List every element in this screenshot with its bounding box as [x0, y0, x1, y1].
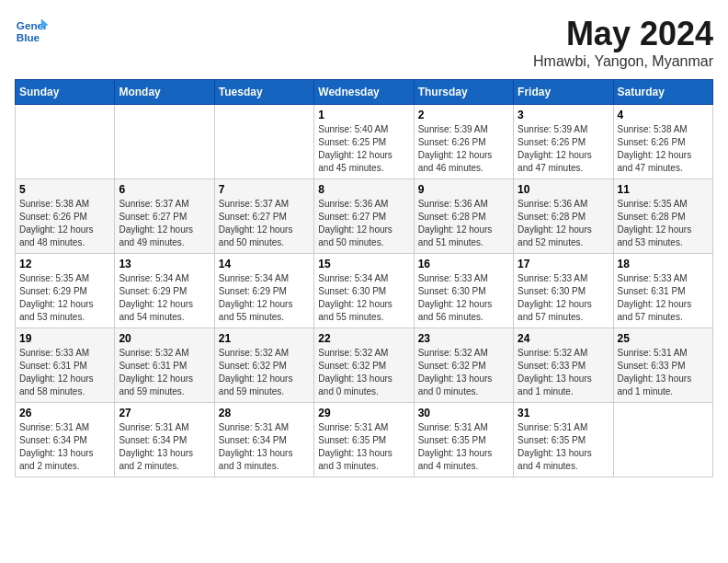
- day-number: 28: [219, 407, 310, 419]
- day-number: 17: [518, 258, 609, 270]
- calendar-cell: [613, 403, 712, 477]
- calendar-cell: 12Sunrise: 5:35 AM Sunset: 6:29 PM Dayli…: [16, 254, 115, 328]
- day-info: Sunrise: 5:36 AM Sunset: 6:28 PM Dayligh…: [418, 198, 509, 249]
- title-area: May 2024 Hmawbi, Yangon, Myanmar: [533, 15, 713, 70]
- subtitle: Hmawbi, Yangon, Myanmar: [533, 53, 713, 70]
- calendar-table: SundayMondayTuesdayWednesdayThursdayFrid…: [15, 79, 713, 477]
- calendar-cell: 21Sunrise: 5:32 AM Sunset: 6:32 PM Dayli…: [214, 328, 313, 403]
- calendar-cell: 22Sunrise: 5:32 AM Sunset: 6:32 PM Dayli…: [314, 328, 414, 403]
- day-info: Sunrise: 5:32 AM Sunset: 6:31 PM Dayligh…: [119, 347, 210, 398]
- day-info: Sunrise: 5:34 AM Sunset: 6:30 PM Dayligh…: [318, 272, 409, 324]
- day-number: 6: [119, 183, 210, 196]
- day-number: 10: [518, 183, 609, 196]
- day-info: Sunrise: 5:39 AM Sunset: 6:26 PM Dayligh…: [418, 123, 509, 175]
- day-info: Sunrise: 5:32 AM Sunset: 6:32 PM Dayligh…: [418, 347, 509, 398]
- day-number: 3: [518, 109, 609, 121]
- day-number: 16: [418, 258, 509, 270]
- day-info: Sunrise: 5:31 AM Sunset: 6:35 PM Dayligh…: [418, 421, 509, 473]
- day-info: Sunrise: 5:31 AM Sunset: 6:35 PM Dayligh…: [318, 421, 409, 473]
- day-number: 18: [618, 258, 709, 270]
- calendar-cell: 31Sunrise: 5:31 AM Sunset: 6:35 PM Dayli…: [514, 403, 613, 477]
- day-info: Sunrise: 5:38 AM Sunset: 6:26 PM Dayligh…: [19, 198, 110, 249]
- calendar-cell: 14Sunrise: 5:34 AM Sunset: 6:29 PM Dayli…: [214, 254, 313, 328]
- calendar-cell: 2Sunrise: 5:39 AM Sunset: 6:26 PM Daylig…: [414, 105, 513, 179]
- logo-icon: General Blue: [15, 15, 48, 48]
- day-number: 11: [618, 183, 709, 196]
- day-header-thursday: Thursday: [414, 80, 513, 105]
- day-number: 1: [318, 109, 409, 121]
- day-info: Sunrise: 5:32 AM Sunset: 6:32 PM Dayligh…: [219, 347, 310, 398]
- day-number: 2: [418, 109, 509, 121]
- day-number: 15: [318, 258, 409, 270]
- day-number: 7: [219, 183, 310, 196]
- day-info: Sunrise: 5:32 AM Sunset: 6:32 PM Dayligh…: [318, 347, 409, 398]
- day-number: 31: [518, 407, 609, 419]
- calendar-cell: 26Sunrise: 5:31 AM Sunset: 6:34 PM Dayli…: [16, 403, 115, 477]
- day-info: Sunrise: 5:35 AM Sunset: 6:29 PM Dayligh…: [19, 272, 110, 324]
- calendar-cell: [115, 105, 214, 179]
- day-info: Sunrise: 5:36 AM Sunset: 6:28 PM Dayligh…: [518, 198, 609, 249]
- day-header-monday: Monday: [115, 80, 214, 105]
- day-header-sunday: Sunday: [16, 80, 115, 105]
- day-info: Sunrise: 5:37 AM Sunset: 6:27 PM Dayligh…: [219, 198, 310, 249]
- calendar-cell: 3Sunrise: 5:39 AM Sunset: 6:26 PM Daylig…: [514, 105, 613, 179]
- calendar-cell: 16Sunrise: 5:33 AM Sunset: 6:30 PM Dayli…: [414, 254, 513, 328]
- day-info: Sunrise: 5:37 AM Sunset: 6:27 PM Dayligh…: [119, 198, 210, 249]
- day-number: 24: [518, 332, 609, 345]
- svg-text:Blue: Blue: [17, 31, 40, 43]
- calendar-cell: 19Sunrise: 5:33 AM Sunset: 6:31 PM Dayli…: [16, 328, 115, 403]
- day-number: 19: [19, 332, 110, 345]
- calendar-header-row: SundayMondayTuesdayWednesdayThursdayFrid…: [16, 80, 713, 105]
- day-info: Sunrise: 5:31 AM Sunset: 6:33 PM Dayligh…: [618, 347, 709, 398]
- week-row-4: 19Sunrise: 5:33 AM Sunset: 6:31 PM Dayli…: [16, 328, 713, 403]
- day-info: Sunrise: 5:31 AM Sunset: 6:34 PM Dayligh…: [219, 421, 310, 473]
- day-info: Sunrise: 5:33 AM Sunset: 6:30 PM Dayligh…: [418, 272, 509, 324]
- calendar-cell: 20Sunrise: 5:32 AM Sunset: 6:31 PM Dayli…: [115, 328, 214, 403]
- main-title: May 2024: [533, 15, 713, 53]
- calendar-cell: [16, 105, 115, 179]
- day-info: Sunrise: 5:35 AM Sunset: 6:28 PM Dayligh…: [618, 198, 709, 249]
- calendar-cell: 15Sunrise: 5:34 AM Sunset: 6:30 PM Dayli…: [314, 254, 414, 328]
- day-info: Sunrise: 5:33 AM Sunset: 6:31 PM Dayligh…: [618, 272, 709, 324]
- day-info: Sunrise: 5:31 AM Sunset: 6:34 PM Dayligh…: [119, 421, 210, 473]
- day-info: Sunrise: 5:34 AM Sunset: 6:29 PM Dayligh…: [219, 272, 310, 324]
- day-number: 26: [19, 407, 110, 419]
- day-number: 22: [318, 332, 409, 345]
- day-info: Sunrise: 5:31 AM Sunset: 6:34 PM Dayligh…: [19, 421, 110, 473]
- week-row-1: 1Sunrise: 5:40 AM Sunset: 6:25 PM Daylig…: [16, 105, 713, 179]
- day-info: Sunrise: 5:40 AM Sunset: 6:25 PM Dayligh…: [318, 123, 409, 175]
- calendar-cell: 23Sunrise: 5:32 AM Sunset: 6:32 PM Dayli…: [414, 328, 513, 403]
- day-number: 27: [119, 407, 210, 419]
- day-header-wednesday: Wednesday: [314, 80, 414, 105]
- calendar-cell: 27Sunrise: 5:31 AM Sunset: 6:34 PM Dayli…: [115, 403, 214, 477]
- day-number: 4: [618, 109, 709, 121]
- day-number: 9: [418, 183, 509, 196]
- page-header: General Blue May 2024 Hmawbi, Yangon, My…: [15, 15, 713, 70]
- day-info: Sunrise: 5:31 AM Sunset: 6:35 PM Dayligh…: [518, 421, 609, 473]
- calendar-cell: 17Sunrise: 5:33 AM Sunset: 6:30 PM Dayli…: [514, 254, 613, 328]
- day-number: 25: [618, 332, 709, 345]
- calendar-cell: [214, 105, 313, 179]
- calendar-cell: 5Sunrise: 5:38 AM Sunset: 6:26 PM Daylig…: [16, 179, 115, 254]
- day-number: 23: [418, 332, 509, 345]
- day-info: Sunrise: 5:33 AM Sunset: 6:31 PM Dayligh…: [19, 347, 110, 398]
- day-header-saturday: Saturday: [613, 80, 712, 105]
- day-info: Sunrise: 5:39 AM Sunset: 6:26 PM Dayligh…: [518, 123, 609, 175]
- calendar-cell: 6Sunrise: 5:37 AM Sunset: 6:27 PM Daylig…: [115, 179, 214, 254]
- week-row-2: 5Sunrise: 5:38 AM Sunset: 6:26 PM Daylig…: [16, 179, 713, 254]
- calendar-cell: 24Sunrise: 5:32 AM Sunset: 6:33 PM Dayli…: [514, 328, 613, 403]
- day-number: 13: [119, 258, 210, 270]
- day-number: 12: [19, 258, 110, 270]
- day-number: 14: [219, 258, 310, 270]
- day-header-friday: Friday: [514, 80, 613, 105]
- day-header-tuesday: Tuesday: [214, 80, 313, 105]
- calendar-cell: 7Sunrise: 5:37 AM Sunset: 6:27 PM Daylig…: [214, 179, 313, 254]
- week-row-5: 26Sunrise: 5:31 AM Sunset: 6:34 PM Dayli…: [16, 403, 713, 477]
- calendar-cell: 30Sunrise: 5:31 AM Sunset: 6:35 PM Dayli…: [414, 403, 513, 477]
- calendar-cell: 18Sunrise: 5:33 AM Sunset: 6:31 PM Dayli…: [613, 254, 712, 328]
- calendar-cell: 1Sunrise: 5:40 AM Sunset: 6:25 PM Daylig…: [314, 105, 414, 179]
- calendar-cell: 28Sunrise: 5:31 AM Sunset: 6:34 PM Dayli…: [214, 403, 313, 477]
- day-number: 29: [318, 407, 409, 419]
- calendar-cell: 10Sunrise: 5:36 AM Sunset: 6:28 PM Dayli…: [514, 179, 613, 254]
- day-number: 5: [19, 183, 110, 196]
